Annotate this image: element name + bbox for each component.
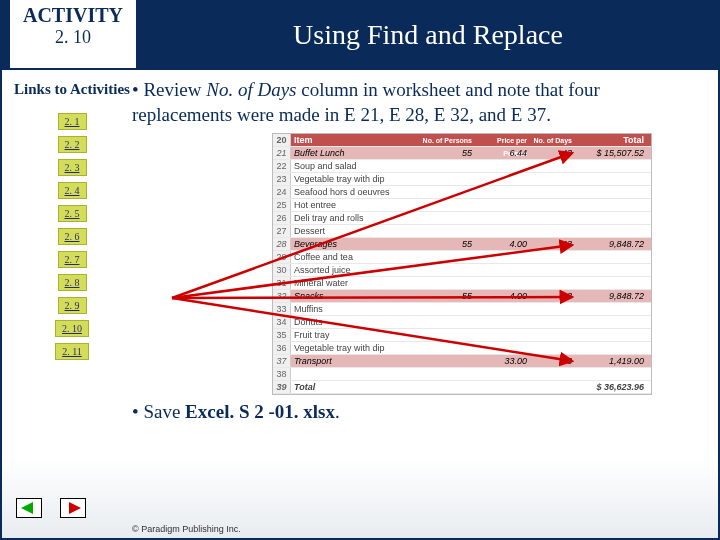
sidebar-link-2[interactable]: 2. 3 — [58, 159, 87, 176]
slide: ACTIVITY 2. 10 Using Find and Replace Li… — [0, 0, 720, 540]
next-button[interactable] — [60, 498, 86, 518]
sidebar: Links to Activities 2. 12. 22. 32. 42. 5… — [2, 70, 130, 500]
sidebar-link-10[interactable]: 2. 11 — [55, 343, 89, 360]
nav-controls — [16, 498, 86, 518]
table-row: 37Transport33.00431,419.00 — [273, 355, 651, 368]
links-list: 2. 12. 22. 32. 42. 52. 62. 72. 82. 92. 1… — [14, 110, 130, 363]
table-row: 29Coffee and tea — [273, 251, 651, 264]
table-row: 23Vegetable tray with dip — [273, 173, 651, 186]
links-heading: Links to Activities — [14, 80, 130, 98]
bullet-1: • Review No. of Days column in worksheet… — [132, 78, 704, 127]
sidebar-link-5[interactable]: 2. 6 — [58, 228, 87, 245]
table-row: 20ItemNo. of PersonsPrice per PersonNo. … — [273, 134, 651, 147]
sidebar-link-8[interactable]: 2. 9 — [58, 297, 87, 314]
table-row: 22Soup and salad — [273, 160, 651, 173]
table-row: 30Assorted juice — [273, 264, 651, 277]
worksheet-figure: 20ItemNo. of PersonsPrice per PersonNo. … — [152, 133, 652, 393]
copyright: © Paradigm Publishing Inc. — [132, 524, 241, 534]
sidebar-link-3[interactable]: 2. 4 — [58, 182, 87, 199]
bullet-2: • Save Excel. S 2 -01. xlsx. — [132, 401, 704, 423]
table-row: 26Deli tray and rolls — [273, 212, 651, 225]
table-row: 25Hot entree — [273, 199, 651, 212]
table-row: 34Donuts — [273, 316, 651, 329]
sidebar-link-0[interactable]: 2. 1 — [58, 113, 87, 130]
activity-number: 2. 10 — [10, 27, 136, 48]
sidebar-link-6[interactable]: 2. 7 — [58, 251, 87, 268]
table-row: 38 — [273, 368, 651, 381]
header: ACTIVITY 2. 10 Using Find and Replace — [2, 2, 718, 70]
table-row: 21Buffet Lunch556.4443$ 15,507.52 — [273, 147, 651, 160]
sidebar-link-1[interactable]: 2. 2 — [58, 136, 87, 153]
table-row: 36Vegetable tray with dip — [273, 342, 651, 355]
sidebar-link-4[interactable]: 2. 5 — [58, 205, 87, 222]
worksheet-table: 20ItemNo. of PersonsPrice per PersonNo. … — [272, 133, 652, 395]
table-row: 28Beverages554.00439,848.72 — [273, 238, 651, 251]
page-title: Using Find and Replace — [293, 19, 563, 51]
next-icon — [65, 502, 81, 514]
table-row: 31Mineral water — [273, 277, 651, 290]
activity-box: ACTIVITY 2. 10 — [8, 0, 138, 70]
content: • Review No. of Days column in worksheet… — [130, 70, 718, 500]
body: Links to Activities 2. 12. 22. 32. 42. 5… — [2, 70, 718, 500]
title-area: Using Find and Replace — [138, 2, 718, 67]
table-row: 35Fruit tray — [273, 329, 651, 342]
table-row: 39Total$ 36,623.96 — [273, 381, 651, 394]
table-row: 33Muffins — [273, 303, 651, 316]
table-row: 32Snacks554.00439,848.72 — [273, 290, 651, 303]
table-row: 27Dessert — [273, 225, 651, 238]
activity-label: ACTIVITY — [10, 4, 136, 27]
sidebar-link-7[interactable]: 2. 8 — [58, 274, 87, 291]
prev-button[interactable] — [16, 498, 42, 518]
prev-icon — [21, 502, 37, 514]
sidebar-link-9[interactable]: 2. 10 — [55, 320, 89, 337]
table-row: 24Seafood hors d oeuvres — [273, 186, 651, 199]
